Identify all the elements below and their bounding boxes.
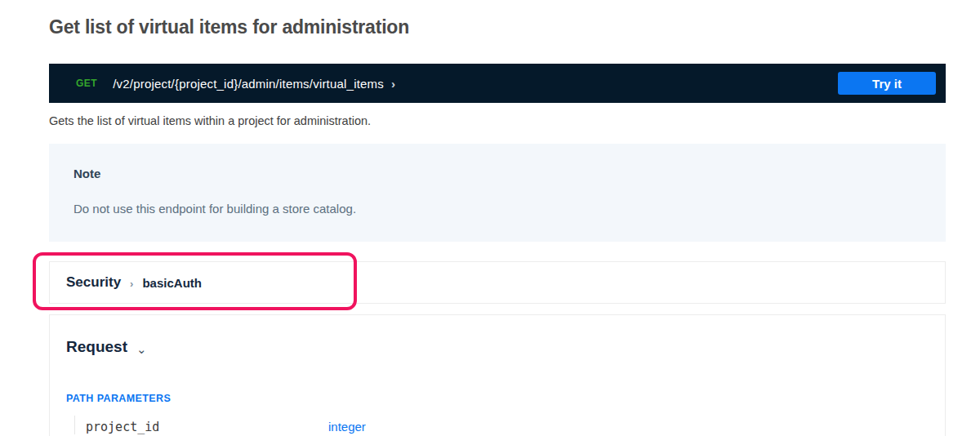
endpoint-path: /v2/project/{project_id}/admin/items/vir… (113, 77, 384, 91)
path-parameters-label: PATH PARAMETERS (66, 393, 929, 404)
try-it-button[interactable]: Try it (838, 72, 936, 95)
chevron-right-icon[interactable]: › (391, 78, 395, 90)
security-section: Security › basicAuth (49, 261, 946, 304)
note-callout: Note Do not use this endpoint for buildi… (49, 144, 946, 242)
chevron-down-icon: ⌄ (136, 343, 147, 355)
page-title: Get list of virtual items for administra… (49, 16, 946, 38)
note-title: Note (74, 167, 921, 180)
endpoint-description: Gets the list of virtual items within a … (49, 114, 946, 127)
request-section-toggle[interactable]: Request ⌄ (66, 338, 147, 356)
http-method-badge: GET (76, 78, 97, 89)
note-body: Do not use this endpoint for building a … (74, 202, 921, 216)
parameter-name: project_id (86, 420, 328, 434)
chevron-right-icon: › (130, 278, 133, 289)
parameter-row: project_id integer (74, 416, 929, 434)
request-section: Request ⌄ PATH PARAMETERS project_id int… (49, 314, 946, 436)
security-scheme-link[interactable]: basicAuth (142, 276, 202, 290)
security-section-wrapper: Security › basicAuth (49, 261, 946, 304)
api-doc-page: Get list of virtual items for administra… (0, 16, 980, 436)
parameter-type: integer (328, 420, 366, 434)
request-heading-label: Request (66, 338, 127, 356)
endpoint-bar[interactable]: GET /v2/project/{project_id}/admin/items… (49, 64, 946, 103)
security-heading: Security (66, 274, 121, 291)
